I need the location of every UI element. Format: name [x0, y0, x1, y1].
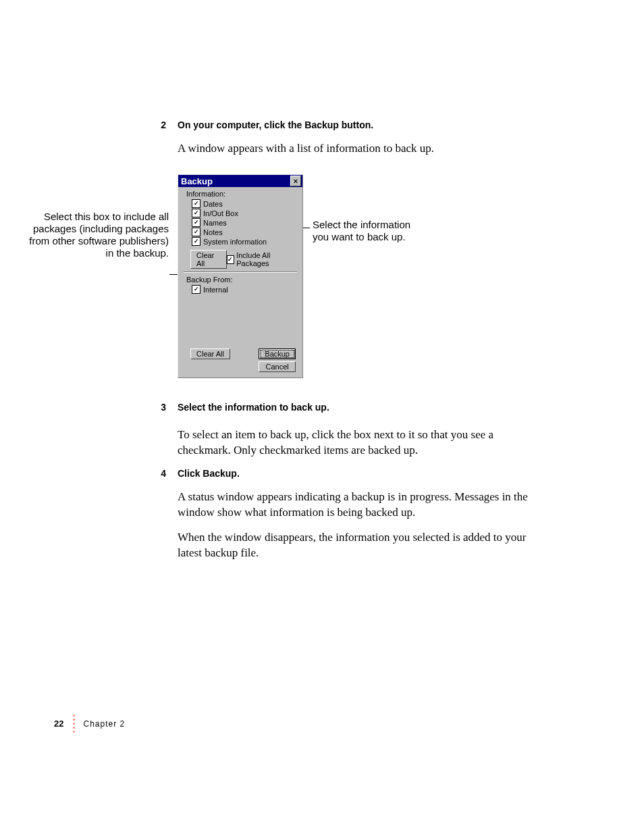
step-number-2: 2 [154, 120, 166, 130]
chapter-label: Chapter 2 [83, 719, 125, 729]
backup-dialog: Backup × Information: Dates In/Out Box N… [178, 174, 303, 378]
checkbox-notes[interactable] [192, 228, 200, 236]
step-2-body: A window appears with a list of informat… [178, 141, 542, 157]
clear-all-button-top[interactable]: Clear All [190, 250, 227, 269]
backup-button[interactable]: Backup [259, 348, 296, 359]
checkbox-sysinfo[interactable] [192, 237, 200, 246]
close-button[interactable]: × [290, 176, 301, 186]
checkbox-internal[interactable] [192, 285, 200, 294]
page-footer: 22 Chapter 2 [54, 714, 125, 733]
step-number-3: 3 [154, 402, 166, 413]
checkbox-dates[interactable] [192, 199, 200, 208]
checkbox-inout[interactable] [192, 209, 200, 217]
checkbox-row-names[interactable]: Names [192, 218, 302, 227]
step-number-4: 4 [154, 468, 166, 479]
checkbox-row-notes[interactable]: Notes [192, 228, 302, 236]
backup-from-label: Backup From: [186, 276, 302, 284]
checkbox-row-internal[interactable]: Internal [192, 285, 302, 294]
include-packages-label: Include All Packages [236, 251, 296, 267]
checkbox-label: Names [203, 219, 227, 227]
callout-right: Select the information you want to back … [313, 219, 427, 243]
callout-left: Select this box to include all packages … [27, 211, 169, 259]
page-number: 22 [54, 719, 63, 729]
information-label: Information: [186, 190, 302, 198]
checkbox-row-inout[interactable]: In/Out Box [192, 209, 302, 217]
step-4-body-1: A status window appears indicating a bac… [178, 490, 542, 521]
cancel-button[interactable]: Cancel [259, 361, 296, 372]
step-3-title: Select the information to back up. [178, 402, 329, 413]
checkbox-row-dates[interactable]: Dates [192, 199, 302, 208]
checkbox-label: Internal [203, 286, 228, 294]
clear-all-button-bottom[interactable]: Clear All [190, 348, 230, 359]
checkbox-label: In/Out Box [203, 209, 238, 217]
checkbox-label: Notes [203, 228, 223, 236]
checkbox-names[interactable] [192, 218, 200, 227]
step-4-body-2: When the window disappears, the informat… [178, 530, 542, 561]
step-3-body: To select an item to back up, click the … [178, 427, 542, 459]
footer-dots-icon [73, 714, 75, 733]
step-4-title: Click Backup. [178, 468, 240, 479]
divider [184, 271, 297, 273]
dialog-title: Backup [181, 176, 213, 186]
checkbox-row-sysinfo[interactable]: System information [192, 237, 302, 246]
include-all-packages[interactable]: Include All Packages [227, 251, 296, 267]
checkbox-label: Dates [203, 200, 223, 208]
checkbox-include-packages[interactable] [227, 255, 235, 264]
checkbox-label: System information [203, 238, 267, 246]
dialog-titlebar: Backup × [178, 175, 302, 187]
step-2-title: On your computer, click the Backup butto… [178, 120, 373, 130]
